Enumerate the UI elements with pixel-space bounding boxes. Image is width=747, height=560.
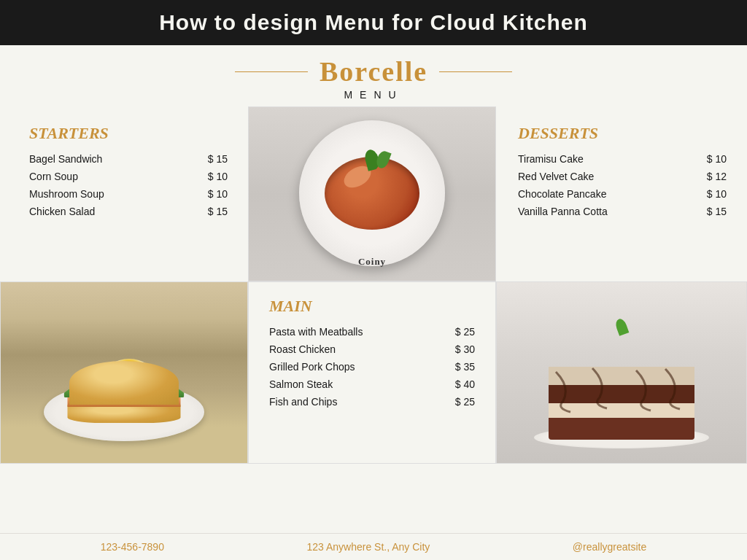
restaurant-name: Borcelle <box>320 55 427 88</box>
main-section: MAIN Pasta with Meatballs $ 25 Roast Chi… <box>248 281 496 464</box>
main-item-1: Roast Chicken $ 30 <box>269 343 475 355</box>
starter-name-0: Bagel Sandwich <box>29 153 102 165</box>
footer-address: 123 Anywhere St., Any City <box>306 541 430 553</box>
starter-name-3: Chicken Salad <box>29 206 95 217</box>
main-item-4: Fish and Chips $ 25 <box>269 396 475 408</box>
sandwich-bun-top <box>69 361 179 405</box>
desserts-title: DESSERTS <box>518 124 727 143</box>
dessert-item-2: Chocolate Pancake $ 10 <box>518 188 727 200</box>
pasta-image-container: Coiny <box>248 106 496 281</box>
sandwich-image-container <box>0 281 248 464</box>
starter-price-1: $ 10 <box>208 171 228 182</box>
dessert-item-3: Vanilla Panna Cotta $ 15 <box>518 206 727 217</box>
dessert-item-0: Tiramisu Cake $ 10 <box>518 153 727 165</box>
main-price-0: $ 25 <box>455 326 475 338</box>
main-name-4: Fish and Chips <box>269 396 337 408</box>
starters-section: STARTERS Bagel Sandwich $ 15 Corn Soup $… <box>0 106 248 281</box>
pasta-mound <box>325 157 419 230</box>
starter-item-0: Bagel Sandwich $ 15 <box>29 153 228 165</box>
mint-garnish <box>614 319 629 341</box>
sandwich-bun-bottom <box>68 405 181 423</box>
watermark: Coiny <box>358 256 386 268</box>
main-price-3: $ 40 <box>455 378 475 390</box>
divider-line-right <box>439 71 512 72</box>
dessert-price-2: $ 10 <box>707 188 727 200</box>
sandwich-art <box>1 282 247 463</box>
content-grid: STARTERS Bagel Sandwich $ 15 Corn Soup $… <box>0 106 747 533</box>
pasta-plate <box>299 120 445 266</box>
dessert-item-1: Red Velvet Cake $ 12 <box>518 171 727 182</box>
main-item-0: Pasta with Meatballs $ 25 <box>269 326 475 338</box>
dessert-price-3: $ 15 <box>707 206 727 217</box>
menu-label: MENU <box>0 89 747 101</box>
restaurant-header: Borcelle MENU <box>0 45 747 106</box>
starter-price-3: $ 15 <box>208 206 228 217</box>
cake-slice <box>549 367 694 440</box>
starter-item-1: Corn Soup $ 10 <box>29 171 228 182</box>
starter-price-2: $ 10 <box>208 188 228 200</box>
main-name-0: Pasta with Meatballs <box>269 326 363 338</box>
starter-item-2: Mushroom Soup $ 10 <box>29 188 228 200</box>
divider-line-left <box>235 71 308 72</box>
main-price-4: $ 25 <box>455 396 475 408</box>
starter-name-1: Corn Soup <box>29 171 78 182</box>
dessert-price-1: $ 12 <box>707 171 727 182</box>
page-title: How to design Menu for Cloud Kitchen <box>0 0 747 45</box>
main-name-1: Roast Chicken <box>269 343 336 355</box>
cake-art <box>497 282 746 463</box>
dessert-name-3: Vanilla Panna Cotta <box>518 206 608 217</box>
page-wrapper: How to design Menu for Cloud Kitchen Bor… <box>0 0 747 560</box>
main-price-1: $ 30 <box>455 343 475 355</box>
main-name-2: Grilled Pork Chops <box>269 361 355 373</box>
footer-social: @reallygreatsite <box>573 541 646 553</box>
starters-title: STARTERS <box>29 124 228 143</box>
main-item-2: Grilled Pork Chops $ 35 <box>269 361 475 373</box>
desserts-section: DESSERTS Tiramisu Cake $ 10 Red Velvet C… <box>496 106 747 281</box>
starter-price-0: $ 15 <box>208 153 228 165</box>
cake-layer-bottom <box>549 418 694 440</box>
footer: 123-456-7890 123 Anywhere St., Any City … <box>0 533 747 560</box>
cake-image-container <box>496 281 747 464</box>
mint-leaf <box>614 317 630 335</box>
cake-drizzle-svg <box>549 367 694 419</box>
main-name-3: Salmon Steak <box>269 378 333 390</box>
starter-name-2: Mushroom Soup <box>29 188 104 200</box>
dessert-name-1: Red Velvet Cake <box>518 171 594 182</box>
main-price-2: $ 35 <box>455 361 475 373</box>
main-item-3: Salmon Steak $ 40 <box>269 378 475 390</box>
restaurant-divider: Borcelle <box>0 55 747 88</box>
dessert-name-0: Tiramisu Cake <box>518 153 584 165</box>
pasta-image-art: Coiny <box>249 107 495 281</box>
main-title: MAIN <box>269 297 475 316</box>
dessert-price-0: $ 10 <box>707 153 727 165</box>
footer-phone: 123-456-7890 <box>101 541 164 553</box>
dessert-name-2: Chocolate Pancake <box>518 188 606 200</box>
starter-item-3: Chicken Salad $ 15 <box>29 206 228 217</box>
